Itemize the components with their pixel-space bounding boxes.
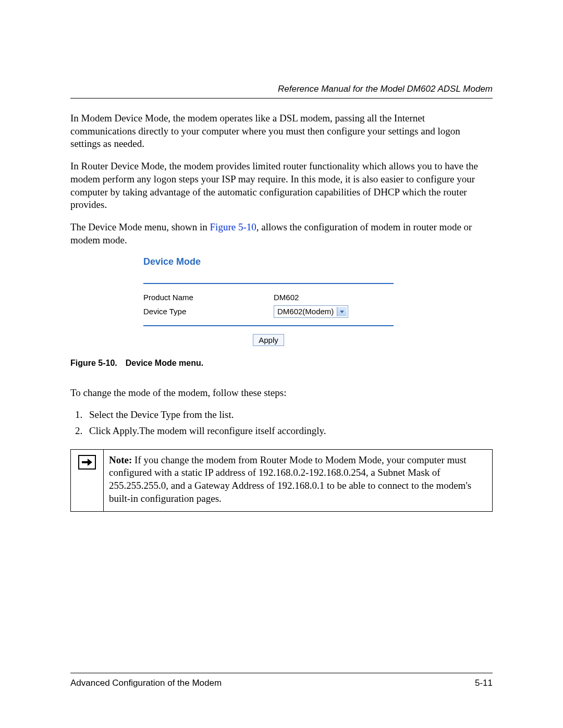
apply-button-wrap: Apply bbox=[143, 334, 394, 347]
note-text-cell: Note: If you change the modem from Route… bbox=[104, 449, 493, 512]
device-mode-rows: Product Name DM602 Device Type DM602(Mod… bbox=[143, 284, 394, 326]
note-box: Note: If you change the modem from Route… bbox=[70, 449, 493, 512]
device-type-select[interactable]: DM602(Modem) bbox=[274, 305, 348, 318]
footer-section-title: Advanced Configuration of the Modem bbox=[70, 677, 222, 689]
device-mode-title: Device Mode bbox=[143, 256, 394, 268]
product-name-row: Product Name DM602 bbox=[143, 292, 394, 303]
paragraph-figure-intro: The Device Mode menu, shown in Figure 5-… bbox=[70, 221, 493, 246]
footer-rule bbox=[70, 673, 493, 673]
chevron-down-icon[interactable] bbox=[337, 307, 347, 316]
step-2: Click Apply.The modem will reconfigure i… bbox=[85, 425, 493, 438]
paragraph-modem-mode: In Modem Device Mode, the modem operates… bbox=[70, 112, 493, 151]
running-header: Reference Manual for the Model DM602 ADS… bbox=[70, 83, 493, 95]
device-mode-bottom-rule bbox=[143, 325, 394, 326]
figure-reference-link[interactable]: Figure 5-10 bbox=[210, 221, 256, 232]
footer-line: Advanced Configuration of the Modem 5-11 bbox=[70, 677, 493, 689]
device-type-row: Device Type DM602(Modem) bbox=[143, 305, 394, 318]
steps-intro: To change the mode of the modem, follow … bbox=[70, 387, 493, 400]
device-mode-figure: Device Mode Product Name DM602 Device Ty… bbox=[143, 256, 394, 347]
device-type-value: DM602(Modem) bbox=[274, 305, 348, 318]
text-before-link: The Device Mode menu, shown in bbox=[70, 221, 210, 232]
note-label: Note: bbox=[109, 454, 132, 465]
device-type-label: Device Type bbox=[143, 306, 274, 317]
page: Reference Manual for the Model DM602 ADS… bbox=[0, 0, 563, 728]
note-icon-cell bbox=[71, 449, 104, 512]
figure-caption: Figure 5-10. Device Mode menu. bbox=[70, 358, 493, 369]
apply-button[interactable]: Apply bbox=[253, 334, 284, 346]
note-text: If you change the modem from Router Mode… bbox=[109, 454, 471, 504]
product-name-value: DM602 bbox=[274, 292, 299, 303]
steps-list: Select the Device Type from the list. Cl… bbox=[70, 409, 493, 437]
body-text: In Modem Device Mode, the modem operates… bbox=[70, 98, 493, 512]
page-footer: Advanced Configuration of the Modem 5-11 bbox=[70, 673, 493, 689]
paragraph-router-mode: In Router Device Mode, the modem provide… bbox=[70, 160, 493, 212]
arrow-right-icon bbox=[78, 455, 96, 470]
product-name-label: Product Name bbox=[143, 292, 274, 303]
footer-page-number: 5-11 bbox=[475, 677, 493, 689]
step-1: Select the Device Type from the list. bbox=[85, 409, 493, 422]
device-type-selected-text: DM602(Modem) bbox=[277, 306, 337, 317]
